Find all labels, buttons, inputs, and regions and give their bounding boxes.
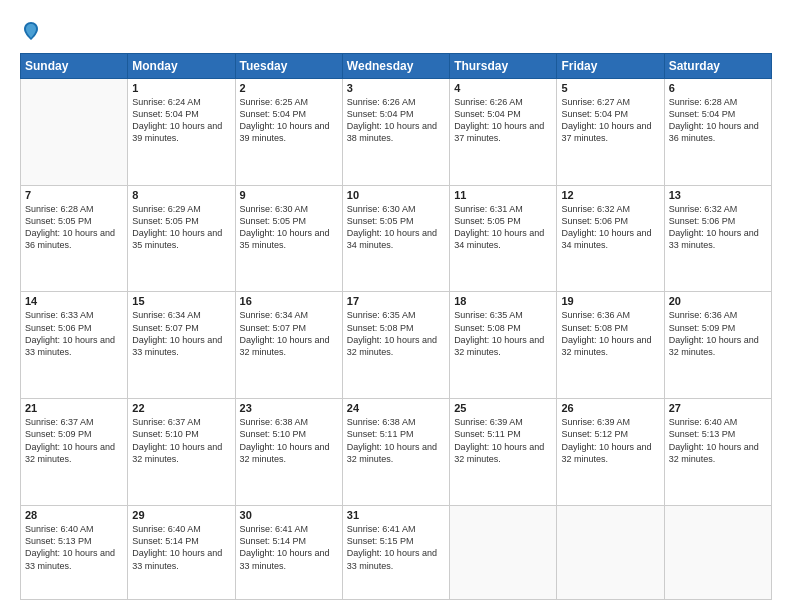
- calendar-cell: 9Sunrise: 6:30 AM Sunset: 5:05 PM Daylig…: [235, 185, 342, 292]
- day-header-monday: Monday: [128, 53, 235, 78]
- cell-content: Sunrise: 6:26 AM Sunset: 5:04 PM Dayligh…: [454, 96, 552, 145]
- cell-content: Sunrise: 6:38 AM Sunset: 5:10 PM Dayligh…: [240, 416, 338, 465]
- cell-content: Sunrise: 6:40 AM Sunset: 5:13 PM Dayligh…: [669, 416, 767, 465]
- calendar-cell: 12Sunrise: 6:32 AM Sunset: 5:06 PM Dayli…: [557, 185, 664, 292]
- cell-content: Sunrise: 6:40 AM Sunset: 5:13 PM Dayligh…: [25, 523, 123, 572]
- calendar-cell: 13Sunrise: 6:32 AM Sunset: 5:06 PM Dayli…: [664, 185, 771, 292]
- cell-content: Sunrise: 6:34 AM Sunset: 5:07 PM Dayligh…: [240, 309, 338, 358]
- calendar-cell: 28Sunrise: 6:40 AM Sunset: 5:13 PM Dayli…: [21, 506, 128, 600]
- calendar-cell: 7Sunrise: 6:28 AM Sunset: 5:05 PM Daylig…: [21, 185, 128, 292]
- day-number: 22: [132, 402, 230, 414]
- day-number: 13: [669, 189, 767, 201]
- calendar-cell: 26Sunrise: 6:39 AM Sunset: 5:12 PM Dayli…: [557, 399, 664, 506]
- page: SundayMondayTuesdayWednesdayThursdayFrid…: [0, 0, 792, 612]
- cell-content: Sunrise: 6:26 AM Sunset: 5:04 PM Dayligh…: [347, 96, 445, 145]
- cell-content: Sunrise: 6:34 AM Sunset: 5:07 PM Dayligh…: [132, 309, 230, 358]
- calendar-week-2: 7Sunrise: 6:28 AM Sunset: 5:05 PM Daylig…: [21, 185, 772, 292]
- calendar-cell: 27Sunrise: 6:40 AM Sunset: 5:13 PM Dayli…: [664, 399, 771, 506]
- cell-content: Sunrise: 6:33 AM Sunset: 5:06 PM Dayligh…: [25, 309, 123, 358]
- cell-content: Sunrise: 6:35 AM Sunset: 5:08 PM Dayligh…: [454, 309, 552, 358]
- cell-content: Sunrise: 6:41 AM Sunset: 5:15 PM Dayligh…: [347, 523, 445, 572]
- day-header-thursday: Thursday: [450, 53, 557, 78]
- day-number: 5: [561, 82, 659, 94]
- calendar-cell: 23Sunrise: 6:38 AM Sunset: 5:10 PM Dayli…: [235, 399, 342, 506]
- calendar-cell: 19Sunrise: 6:36 AM Sunset: 5:08 PM Dayli…: [557, 292, 664, 399]
- cell-content: Sunrise: 6:40 AM Sunset: 5:14 PM Dayligh…: [132, 523, 230, 572]
- calendar-cell: 11Sunrise: 6:31 AM Sunset: 5:05 PM Dayli…: [450, 185, 557, 292]
- calendar-cell: 25Sunrise: 6:39 AM Sunset: 5:11 PM Dayli…: [450, 399, 557, 506]
- day-number: 30: [240, 509, 338, 521]
- day-number: 21: [25, 402, 123, 414]
- day-header-sunday: Sunday: [21, 53, 128, 78]
- day-number: 7: [25, 189, 123, 201]
- calendar-cell: 14Sunrise: 6:33 AM Sunset: 5:06 PM Dayli…: [21, 292, 128, 399]
- calendar-cell: 17Sunrise: 6:35 AM Sunset: 5:08 PM Dayli…: [342, 292, 449, 399]
- cell-content: Sunrise: 6:32 AM Sunset: 5:06 PM Dayligh…: [561, 203, 659, 252]
- day-number: 4: [454, 82, 552, 94]
- cell-content: Sunrise: 6:41 AM Sunset: 5:14 PM Dayligh…: [240, 523, 338, 572]
- calendar-cell: 3Sunrise: 6:26 AM Sunset: 5:04 PM Daylig…: [342, 78, 449, 185]
- calendar-cell: 18Sunrise: 6:35 AM Sunset: 5:08 PM Dayli…: [450, 292, 557, 399]
- day-header-tuesday: Tuesday: [235, 53, 342, 78]
- cell-content: Sunrise: 6:38 AM Sunset: 5:11 PM Dayligh…: [347, 416, 445, 465]
- day-number: 3: [347, 82, 445, 94]
- day-number: 15: [132, 295, 230, 307]
- logo-icon: [22, 20, 40, 42]
- day-number: 23: [240, 402, 338, 414]
- day-number: 29: [132, 509, 230, 521]
- cell-content: Sunrise: 6:36 AM Sunset: 5:08 PM Dayligh…: [561, 309, 659, 358]
- cell-content: Sunrise: 6:31 AM Sunset: 5:05 PM Dayligh…: [454, 203, 552, 252]
- cell-content: Sunrise: 6:32 AM Sunset: 5:06 PM Dayligh…: [669, 203, 767, 252]
- cell-content: Sunrise: 6:27 AM Sunset: 5:04 PM Dayligh…: [561, 96, 659, 145]
- day-number: 20: [669, 295, 767, 307]
- calendar-cell: 2Sunrise: 6:25 AM Sunset: 5:04 PM Daylig…: [235, 78, 342, 185]
- cell-content: Sunrise: 6:37 AM Sunset: 5:10 PM Dayligh…: [132, 416, 230, 465]
- cell-content: Sunrise: 6:30 AM Sunset: 5:05 PM Dayligh…: [347, 203, 445, 252]
- day-number: 31: [347, 509, 445, 521]
- day-header-wednesday: Wednesday: [342, 53, 449, 78]
- calendar-cell: 10Sunrise: 6:30 AM Sunset: 5:05 PM Dayli…: [342, 185, 449, 292]
- day-number: 11: [454, 189, 552, 201]
- cell-content: Sunrise: 6:30 AM Sunset: 5:05 PM Dayligh…: [240, 203, 338, 252]
- day-number: 17: [347, 295, 445, 307]
- calendar-cell: 24Sunrise: 6:38 AM Sunset: 5:11 PM Dayli…: [342, 399, 449, 506]
- cell-content: Sunrise: 6:35 AM Sunset: 5:08 PM Dayligh…: [347, 309, 445, 358]
- calendar-cell: 15Sunrise: 6:34 AM Sunset: 5:07 PM Dayli…: [128, 292, 235, 399]
- day-number: 16: [240, 295, 338, 307]
- cell-content: Sunrise: 6:37 AM Sunset: 5:09 PM Dayligh…: [25, 416, 123, 465]
- cell-content: Sunrise: 6:25 AM Sunset: 5:04 PM Dayligh…: [240, 96, 338, 145]
- day-number: 27: [669, 402, 767, 414]
- calendar-cell: [21, 78, 128, 185]
- calendar-week-5: 28Sunrise: 6:40 AM Sunset: 5:13 PM Dayli…: [21, 506, 772, 600]
- logo: [20, 22, 40, 47]
- day-number: 25: [454, 402, 552, 414]
- calendar-cell: 8Sunrise: 6:29 AM Sunset: 5:05 PM Daylig…: [128, 185, 235, 292]
- calendar-cell: 4Sunrise: 6:26 AM Sunset: 5:04 PM Daylig…: [450, 78, 557, 185]
- day-number: 26: [561, 402, 659, 414]
- day-number: 9: [240, 189, 338, 201]
- day-number: 2: [240, 82, 338, 94]
- calendar-cell: 1Sunrise: 6:24 AM Sunset: 5:04 PM Daylig…: [128, 78, 235, 185]
- day-number: 8: [132, 189, 230, 201]
- cell-content: Sunrise: 6:24 AM Sunset: 5:04 PM Dayligh…: [132, 96, 230, 145]
- cell-content: Sunrise: 6:28 AM Sunset: 5:04 PM Dayligh…: [669, 96, 767, 145]
- calendar-cell: 31Sunrise: 6:41 AM Sunset: 5:15 PM Dayli…: [342, 506, 449, 600]
- calendar-week-4: 21Sunrise: 6:37 AM Sunset: 5:09 PM Dayli…: [21, 399, 772, 506]
- calendar-cell: 21Sunrise: 6:37 AM Sunset: 5:09 PM Dayli…: [21, 399, 128, 506]
- calendar-week-3: 14Sunrise: 6:33 AM Sunset: 5:06 PM Dayli…: [21, 292, 772, 399]
- day-number: 6: [669, 82, 767, 94]
- calendar-cell: 30Sunrise: 6:41 AM Sunset: 5:14 PM Dayli…: [235, 506, 342, 600]
- day-number: 10: [347, 189, 445, 201]
- cell-content: Sunrise: 6:36 AM Sunset: 5:09 PM Dayligh…: [669, 309, 767, 358]
- day-header-saturday: Saturday: [664, 53, 771, 78]
- calendar-table: SundayMondayTuesdayWednesdayThursdayFrid…: [20, 53, 772, 600]
- cell-content: Sunrise: 6:29 AM Sunset: 5:05 PM Dayligh…: [132, 203, 230, 252]
- calendar-cell: 16Sunrise: 6:34 AM Sunset: 5:07 PM Dayli…: [235, 292, 342, 399]
- cell-content: Sunrise: 6:39 AM Sunset: 5:11 PM Dayligh…: [454, 416, 552, 465]
- calendar-cell: [557, 506, 664, 600]
- cell-content: Sunrise: 6:28 AM Sunset: 5:05 PM Dayligh…: [25, 203, 123, 252]
- day-number: 12: [561, 189, 659, 201]
- day-number: 1: [132, 82, 230, 94]
- calendar-week-1: 1Sunrise: 6:24 AM Sunset: 5:04 PM Daylig…: [21, 78, 772, 185]
- day-number: 28: [25, 509, 123, 521]
